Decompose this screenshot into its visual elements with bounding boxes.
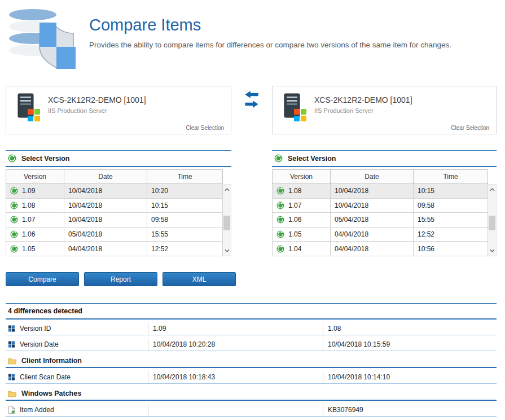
scroll-down-button[interactable] [223,246,231,256]
result-left-value: 1.09 [148,322,323,335]
right-version-table: Version Date Time 1.08 10/04/2018 10:15 … [272,169,488,256]
folder-icon [8,390,16,397]
version-row[interactable]: 1.05 04/04/2018 12:52 [273,227,488,242]
result-label: Version Date [6,338,148,351]
version-cell: 1.06 [22,230,35,238]
item-panels-row: XCS-2K12R2-DEMO [1001] IIS Production Se… [6,86,497,134]
time-cell: 15:55 [414,213,488,228]
date-cell: 04/04/2018 [64,242,147,256]
report-button[interactable]: Report [84,272,157,286]
right-item-text: XCS-2K12R2-DEMO [1001] IIS Production Se… [314,93,412,128]
version-history-icon [276,216,284,224]
folder-icon [8,357,16,365]
result-right-value: 10/04/2018 10:14:10 [323,371,497,383]
scroll-down-button[interactable] [488,246,496,256]
column-header-time: Time [147,170,223,184]
left-select-version-header: Select Version [6,150,231,167]
version-row[interactable]: 1.05 04/04/2018 12:52 [6,242,223,256]
version-cell: 1.04 [288,245,301,253]
result-label: Version ID [6,322,148,335]
fields-icon [8,340,15,348]
time-cell: 10:20 [147,184,223,199]
date-cell: 10/04/2018 [64,213,147,228]
chevron-up-icon [490,188,495,191]
result-label: Item Added [6,404,148,416]
fields-icon [8,325,15,333]
version-history-icon [274,154,283,163]
chevron-down-icon [225,249,230,252]
action-buttons: Compare Report XML [6,272,497,286]
date-cell: 05/04/2018 [64,227,147,242]
right-clear-selection-link[interactable]: Clear Selection [451,125,489,131]
xml-button[interactable]: XML [163,272,236,286]
version-history-icon [276,245,284,253]
version-row[interactable]: 1.09 10/04/2018 10:20 [6,184,223,199]
server-icon [15,93,41,123]
result-row-version-date: Version Date 10/04/2018 10:20:28 10/04/2… [6,338,497,351]
result-section-windows-patches: Windows Patches [6,387,497,401]
right-table-scrollbar[interactable] [488,184,497,256]
version-row[interactable]: 1.07 10/04/2018 09:58 [273,198,488,213]
version-row[interactable]: 1.08 10/04/2018 10:15 [273,184,488,199]
left-item-text: XCS-2K12R2-DEMO [1001] IIS Production Se… [48,93,146,128]
differences-summary: 4 differences detected [6,303,497,320]
date-cell: 04/04/2018 [331,227,414,242]
left-clear-selection-link[interactable]: Clear Selection [186,125,224,131]
result-right-value: 10/04/2018 10:15:59 [323,338,497,351]
date-cell: 10/04/2018 [64,184,147,199]
left-version-table-wrap: Version Date Time 1.09 10/04/2018 10:20 … [6,169,231,256]
version-history-icon [10,216,18,224]
right-item-title: XCS-2K12R2-DEMO [1001] [314,95,412,104]
column-header-date: Date [331,170,414,184]
version-history-icon [276,187,284,195]
page-subtitle: Provides the ability to compare items fo… [89,41,451,49]
swap-arrows-icon [244,90,260,108]
select-version-row: Select Version Version Date Time 1.09 [6,134,497,256]
page-title: Compare Items [89,16,451,34]
version-cell: 1.08 [288,187,301,195]
left-item-title: XCS-2K12R2-DEMO [1001] [48,95,146,104]
chevron-down-icon [490,249,495,252]
right-item-panel: XCS-2K12R2-DEMO [1001] IIS Production Se… [272,86,497,134]
version-history-icon [8,154,16,163]
version-row[interactable]: 1.06 05/04/2018 15:55 [6,227,223,242]
result-row-client-scan-date: Client Scan Date 10/04/2018 10:18:43 10/… [6,371,497,384]
scroll-up-button[interactable] [223,185,231,195]
compare-button[interactable]: Compare [6,272,79,286]
result-right-value: KB3076949 [323,404,497,416]
result-right-value: 1.08 [323,322,497,335]
scroll-up-button[interactable] [488,185,496,195]
result-label: Client Scan Date [6,371,148,383]
result-row-version-id: Version ID 1.09 1.08 [6,322,497,335]
column-header-date: Date [64,170,147,184]
compare-items-page: Compare Items Provides the ability to co… [0,0,505,420]
scrollbar-thumb[interactable] [223,216,230,230]
result-section-label: Windows Patches [21,390,81,397]
fields-icon [8,373,15,381]
right-item-subtitle: IIS Production Server [314,107,412,114]
version-cell: 1.05 [22,245,35,253]
version-cell: 1.06 [288,216,301,224]
result-label-text: Version ID [20,325,51,333]
result-left-value: 10/04/2018 10:18:43 [148,371,323,383]
server-icon [282,93,308,123]
item-added-icon [8,406,15,414]
left-table-scrollbar[interactable] [223,184,231,256]
left-version-table: Version Date Time 1.09 10/04/2018 10:20 … [6,169,223,256]
version-row[interactable]: 1.07 10/04/2018 09:58 [6,213,223,228]
version-row[interactable]: 1.06 05/04/2018 15:55 [273,213,488,228]
result-section-label: Client Information [21,357,82,365]
column-header-version: Version [273,170,331,184]
version-cell: 1.08 [22,202,35,209]
version-row[interactable]: 1.08 10/04/2018 10:15 [6,198,223,213]
left-select-version-label: Select Version [21,155,69,163]
version-history-icon [10,230,18,238]
left-item-subtitle: IIS Production Server [48,107,146,114]
version-row[interactable]: 1.04 04/04/2018 10:56 [273,242,488,256]
version-history-icon [10,245,18,253]
database-shield-logo [6,6,77,69]
page-header: Compare Items Provides the ability to co… [6,6,497,71]
scrollbar-thumb[interactable] [489,216,495,230]
left-version-table-header: Version Date Time [6,170,223,184]
version-cell: 1.07 [22,216,35,224]
